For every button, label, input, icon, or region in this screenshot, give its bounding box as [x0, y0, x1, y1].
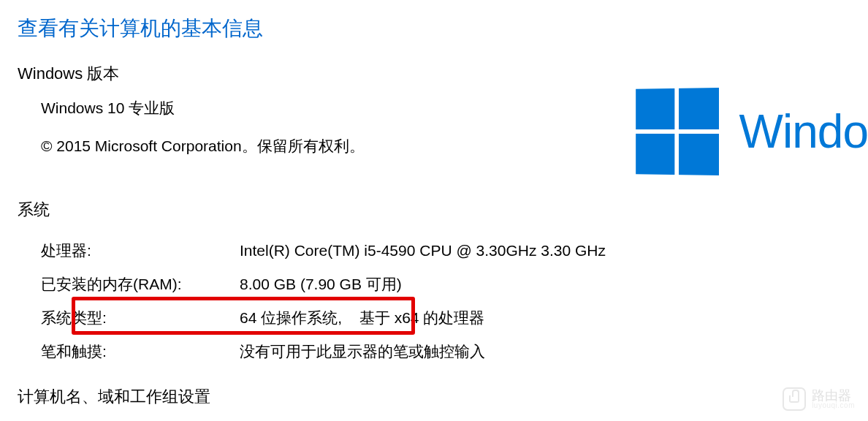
label-pen-touch: 笔和触摸:: [41, 341, 240, 362]
router-icon: [783, 387, 806, 411]
watermark-sub: luyouqi.com: [812, 402, 855, 409]
row-system-type: 系统类型: 64 位操作系统, 基于 x64 的处理器: [41, 301, 868, 335]
label-system-type: 系统类型:: [41, 308, 240, 328]
section-heading-domain-workgroup: 计算机名、域和工作组设置: [0, 368, 868, 421]
value-processor: Intel(R) Core(TM) i5-4590 CPU @ 3.30GHz …: [240, 242, 868, 259]
page-title: 查看有关计算机的基本信息: [0, 0, 868, 50]
windows-logo-wordmark: Windo: [739, 105, 868, 159]
watermark: 路由器 luyouqi.com: [783, 387, 855, 411]
value-system-type: 64 位操作系统, 基于 x64 的处理器: [240, 308, 868, 328]
windows-logo: Windo: [631, 88, 868, 175]
label-ram: 已安装的内存(RAM):: [41, 274, 240, 295]
value-pen-touch: 没有可用于此显示器的笔或触控输入: [240, 341, 868, 362]
row-pen-touch: 笔和触摸: 没有可用于此显示器的笔或触控输入: [41, 335, 868, 368]
windows-logo-icon: [636, 88, 719, 175]
label-processor: 处理器:: [41, 240, 240, 261]
value-system-type-arch: 基于 x64 的处理器: [359, 309, 485, 326]
row-processor: 处理器: Intel(R) Core(TM) i5-4590 CPU @ 3.3…: [41, 234, 868, 268]
row-ram: 已安装的内存(RAM): 8.00 GB (7.90 GB 可用): [41, 268, 868, 301]
value-ram: 8.00 GB (7.90 GB 可用): [240, 274, 868, 295]
watermark-title: 路由器: [812, 389, 855, 402]
value-system-type-bits: 64 位操作系统,: [240, 308, 355, 328]
